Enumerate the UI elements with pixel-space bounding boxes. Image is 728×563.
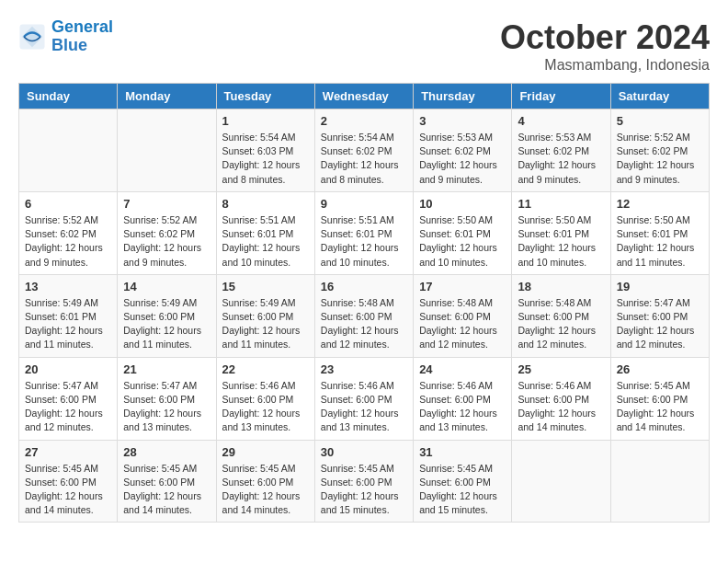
- calendar-cell: 12Sunrise: 5:50 AM Sunset: 6:01 PM Dayli…: [610, 191, 709, 274]
- calendar-cell: 13Sunrise: 5:49 AM Sunset: 6:01 PM Dayli…: [19, 274, 118, 357]
- location-subtitle: Masmambang, Indonesia: [500, 57, 710, 74]
- day-number: 12: [617, 197, 703, 211]
- calendar-cell: 26Sunrise: 5:45 AM Sunset: 6:00 PM Dayli…: [610, 357, 709, 440]
- calendar-cell: 31Sunrise: 5:45 AM Sunset: 6:00 PM Dayli…: [414, 440, 512, 523]
- day-number: 16: [321, 280, 407, 293]
- calendar-cell: 29Sunrise: 5:45 AM Sunset: 6:00 PM Dayli…: [216, 440, 314, 523]
- calendar-cell: 2Sunrise: 5:54 AM Sunset: 6:02 PM Daylig…: [314, 109, 413, 192]
- calendar-cell: 19Sunrise: 5:47 AM Sunset: 6:00 PM Dayli…: [610, 274, 709, 357]
- calendar-week-3: 13Sunrise: 5:49 AM Sunset: 6:01 PM Dayli…: [19, 274, 710, 357]
- day-number: 20: [25, 362, 111, 376]
- page-header: General Blue October 2024 Masmambang, In…: [18, 18, 710, 74]
- day-info: Sunrise: 5:45 AM Sunset: 6:00 PM Dayligh…: [321, 462, 407, 518]
- day-header-monday: Monday: [118, 84, 216, 109]
- day-info: Sunrise: 5:49 AM Sunset: 6:01 PM Dayligh…: [25, 296, 111, 352]
- calendar-week-2: 6Sunrise: 5:52 AM Sunset: 6:02 PM Daylig…: [19, 191, 710, 274]
- day-number: 26: [617, 362, 703, 376]
- calendar-week-5: 27Sunrise: 5:45 AM Sunset: 6:00 PM Dayli…: [19, 440, 710, 523]
- calendar-cell: 24Sunrise: 5:46 AM Sunset: 6:00 PM Dayli…: [414, 357, 512, 440]
- day-info: Sunrise: 5:45 AM Sunset: 6:00 PM Dayligh…: [25, 462, 111, 518]
- day-header-saturday: Saturday: [610, 84, 709, 109]
- day-info: Sunrise: 5:47 AM Sunset: 6:00 PM Dayligh…: [25, 379, 111, 435]
- day-info: Sunrise: 5:52 AM Sunset: 6:02 PM Dayligh…: [123, 213, 210, 270]
- title-block: October 2024 Masmambang, Indonesia: [500, 18, 710, 74]
- calendar-cell: 20Sunrise: 5:47 AM Sunset: 6:00 PM Dayli…: [19, 357, 118, 440]
- day-number: 11: [518, 197, 604, 211]
- day-info: Sunrise: 5:50 AM Sunset: 6:01 PM Dayligh…: [518, 213, 604, 270]
- day-number: 21: [123, 362, 210, 376]
- calendar-cell: 9Sunrise: 5:51 AM Sunset: 6:01 PM Daylig…: [314, 191, 413, 274]
- day-info: Sunrise: 5:53 AM Sunset: 6:02 PM Dayligh…: [518, 131, 604, 187]
- day-number: 9: [321, 197, 407, 211]
- day-number: 23: [321, 362, 407, 376]
- calendar-cell: 7Sunrise: 5:52 AM Sunset: 6:02 PM Daylig…: [118, 191, 216, 274]
- day-number: 29: [222, 445, 309, 459]
- calendar-header-row: SundayMondayTuesdayWednesdayThursdayFrid…: [19, 84, 710, 109]
- day-header-tuesday: Tuesday: [216, 84, 314, 109]
- day-header-wednesday: Wednesday: [314, 84, 413, 109]
- day-number: 31: [419, 445, 506, 459]
- calendar-cell: 28Sunrise: 5:45 AM Sunset: 6:00 PM Dayli…: [118, 440, 216, 523]
- day-info: Sunrise: 5:51 AM Sunset: 6:01 PM Dayligh…: [321, 213, 407, 270]
- calendar-table: SundayMondayTuesdayWednesdayThursdayFrid…: [18, 83, 710, 523]
- day-number: 8: [222, 197, 309, 211]
- day-number: 7: [123, 197, 210, 211]
- calendar-cell: 18Sunrise: 5:48 AM Sunset: 6:00 PM Dayli…: [512, 274, 610, 357]
- day-info: Sunrise: 5:46 AM Sunset: 6:00 PM Dayligh…: [222, 379, 309, 435]
- day-number: 4: [518, 114, 604, 128]
- calendar-cell: 6Sunrise: 5:52 AM Sunset: 6:02 PM Daylig…: [19, 191, 118, 274]
- day-info: Sunrise: 5:49 AM Sunset: 6:00 PM Dayligh…: [123, 296, 210, 352]
- calendar-cell: 5Sunrise: 5:52 AM Sunset: 6:02 PM Daylig…: [610, 109, 709, 192]
- calendar-cell: [512, 440, 610, 523]
- day-info: Sunrise: 5:47 AM Sunset: 6:00 PM Dayligh…: [617, 296, 703, 352]
- calendar-cell: 22Sunrise: 5:46 AM Sunset: 6:00 PM Dayli…: [216, 357, 314, 440]
- day-info: Sunrise: 5:48 AM Sunset: 6:00 PM Dayligh…: [518, 296, 604, 352]
- calendar-cell: 3Sunrise: 5:53 AM Sunset: 6:02 PM Daylig…: [414, 109, 512, 192]
- day-number: 5: [617, 114, 703, 128]
- day-number: 18: [518, 280, 604, 293]
- day-info: Sunrise: 5:52 AM Sunset: 6:02 PM Dayligh…: [25, 213, 111, 270]
- calendar-cell: 21Sunrise: 5:47 AM Sunset: 6:00 PM Dayli…: [118, 357, 216, 440]
- calendar-cell: 23Sunrise: 5:46 AM Sunset: 6:00 PM Dayli…: [314, 357, 413, 440]
- calendar-cell: [610, 440, 709, 523]
- day-info: Sunrise: 5:45 AM Sunset: 6:00 PM Dayligh…: [222, 462, 309, 518]
- logo-icon: [18, 23, 46, 51]
- day-number: 15: [222, 280, 309, 293]
- day-info: Sunrise: 5:54 AM Sunset: 6:03 PM Dayligh…: [222, 131, 309, 187]
- day-number: 24: [419, 362, 506, 376]
- day-info: Sunrise: 5:53 AM Sunset: 6:02 PM Dayligh…: [419, 131, 506, 187]
- calendar-week-1: 1Sunrise: 5:54 AM Sunset: 6:03 PM Daylig…: [19, 109, 710, 192]
- calendar-cell: 1Sunrise: 5:54 AM Sunset: 6:03 PM Daylig…: [216, 109, 314, 192]
- day-number: 27: [25, 445, 111, 459]
- day-info: Sunrise: 5:50 AM Sunset: 6:01 PM Dayligh…: [617, 213, 703, 270]
- day-info: Sunrise: 5:45 AM Sunset: 6:00 PM Dayligh…: [617, 379, 703, 435]
- calendar-cell: 15Sunrise: 5:49 AM Sunset: 6:00 PM Dayli…: [216, 274, 314, 357]
- day-header-thursday: Thursday: [414, 84, 512, 109]
- calendar-cell: [19, 109, 118, 192]
- logo-line1: General: [51, 17, 113, 36]
- day-info: Sunrise: 5:47 AM Sunset: 6:00 PM Dayligh…: [123, 379, 210, 435]
- day-info: Sunrise: 5:51 AM Sunset: 6:01 PM Dayligh…: [222, 213, 309, 270]
- day-number: 25: [518, 362, 604, 376]
- day-number: 6: [25, 197, 111, 211]
- calendar-cell: 14Sunrise: 5:49 AM Sunset: 6:00 PM Dayli…: [118, 274, 216, 357]
- day-number: 19: [617, 280, 703, 293]
- day-info: Sunrise: 5:49 AM Sunset: 6:00 PM Dayligh…: [222, 296, 309, 352]
- day-number: 1: [222, 114, 309, 128]
- day-number: 2: [321, 114, 407, 128]
- day-number: 22: [222, 362, 309, 376]
- day-info: Sunrise: 5:45 AM Sunset: 6:00 PM Dayligh…: [419, 462, 506, 518]
- logo-line2: Blue: [51, 37, 113, 55]
- calendar-week-4: 20Sunrise: 5:47 AM Sunset: 6:00 PM Dayli…: [19, 357, 710, 440]
- calendar-cell: 4Sunrise: 5:53 AM Sunset: 6:02 PM Daylig…: [512, 109, 610, 192]
- day-number: 13: [25, 280, 111, 293]
- day-info: Sunrise: 5:52 AM Sunset: 6:02 PM Dayligh…: [617, 131, 703, 187]
- day-header-sunday: Sunday: [19, 84, 118, 109]
- day-info: Sunrise: 5:54 AM Sunset: 6:02 PM Dayligh…: [321, 131, 407, 187]
- month-title: October 2024: [500, 18, 710, 57]
- day-info: Sunrise: 5:46 AM Sunset: 6:00 PM Dayligh…: [321, 379, 407, 435]
- day-number: 10: [419, 197, 506, 211]
- day-number: 14: [123, 280, 210, 293]
- day-number: 17: [419, 280, 506, 293]
- calendar-cell: 27Sunrise: 5:45 AM Sunset: 6:00 PM Dayli…: [19, 440, 118, 523]
